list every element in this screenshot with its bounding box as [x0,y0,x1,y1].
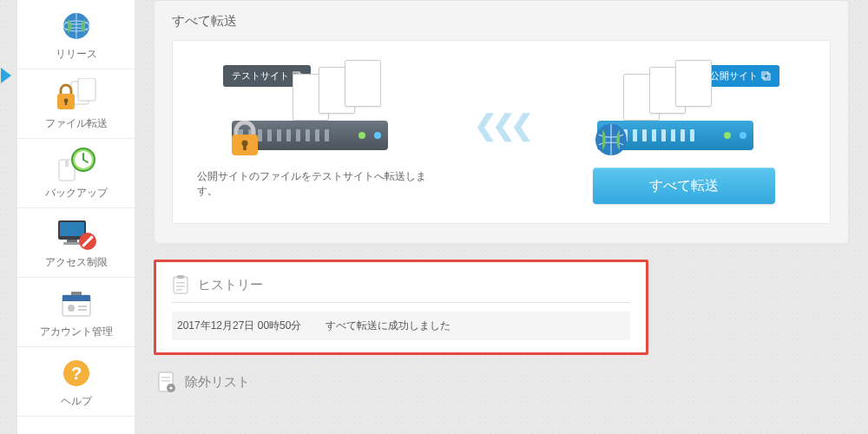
sidebar-item-access-control[interactable]: アクセス制限 [17,208,135,278]
svg-rect-33 [174,277,187,293]
svg-point-42 [169,386,172,389]
svg-rect-3 [78,78,95,101]
backup-clock-icon [50,148,102,182]
panel-title: すべて転送 [172,13,831,30]
svg-rect-13 [67,240,77,242]
sidebar-item-label: ヘルプ [61,394,92,409]
monitor-block-icon [50,217,102,252]
history-title: ヒストリー [198,277,263,293]
transfer-description: 公開サイトのファイルをテストサイトへ転送します。 [197,169,440,199]
lock-icon [228,121,261,157]
sidebar-item-label: リリース [56,47,97,62]
svg-rect-34 [177,275,184,279]
history-message: すべて転送に成功しました [326,319,450,333]
svg-text:?: ? [70,364,81,383]
svg-rect-22 [78,309,87,311]
svg-rect-39 [161,377,170,378]
sidebar-outer: リリース ファイル転送 [0,0,135,434]
sidebar-item-release[interactable]: リリース [17,0,135,69]
svg-rect-35 [176,282,185,284]
svg-rect-31 [764,74,770,80]
id-badge-icon [50,286,102,321]
pages-icon [293,60,397,121]
sidebar-item-label: ファイル転送 [45,116,108,131]
help-icon: ? [50,356,102,391]
sidebar-item-label: アクセス制限 [45,255,108,270]
sidebar-item-help[interactable]: ? ヘルプ [17,347,135,417]
chevron-left-icon: ❮❮❮ [463,60,541,190]
svg-rect-40 [161,380,170,382]
svg-rect-29 [243,143,247,150]
globe-icon [594,122,628,157]
svg-point-20 [68,305,75,312]
svg-rect-37 [176,289,182,291]
globe-icon [50,9,102,43]
clipboard-icon [172,274,189,295]
test-site-block: テストサイト [197,60,440,199]
sidebar-item-label: アカウント管理 [40,325,113,339]
transfer-all-button[interactable]: すべて転送 [593,168,775,204]
sidebar-item-backup[interactable]: バックアップ [17,139,135,208]
svg-rect-6 [64,101,66,105]
svg-rect-19 [62,295,90,301]
main-content: すべて転送 テストサイト [135,0,868,434]
exclude-title: 除外リスト [185,374,250,391]
pages-icon [623,60,727,121]
sidebar-item-account[interactable]: アカウント管理 [17,278,135,347]
sidebar: リリース ファイル転送 [17,0,135,434]
transfer-body: テストサイト [172,40,831,224]
history-panel: ヒストリー 2017年12月27日 00時50分 すべて転送に成功しました [154,260,648,355]
transfer-all-panel: すべて転送 テストサイト [154,0,849,244]
history-row: 2017年12月27日 00時50分 すべて転送に成功しました [172,312,630,340]
sidebar-item-file-transfer[interactable]: ファイル転送 [17,69,135,139]
history-time: 2017年12月27日 00時50分 [177,319,301,333]
active-pointer-icon [1,68,11,83]
document-gear-icon [157,371,176,393]
svg-rect-21 [78,306,87,307]
svg-rect-30 [762,72,768,78]
file-lock-icon [50,78,102,113]
svg-rect-8 [65,160,69,167]
svg-rect-12 [60,222,84,236]
sidebar-item-label: バックアップ [45,186,108,201]
public-site-block: 公開サイト [563,60,806,204]
svg-rect-14 [63,242,81,245]
svg-rect-36 [176,286,185,287]
copy-icon [761,71,771,81]
exclude-list-header: 除外リスト [154,371,849,393]
sidebar-gutter [0,0,17,434]
